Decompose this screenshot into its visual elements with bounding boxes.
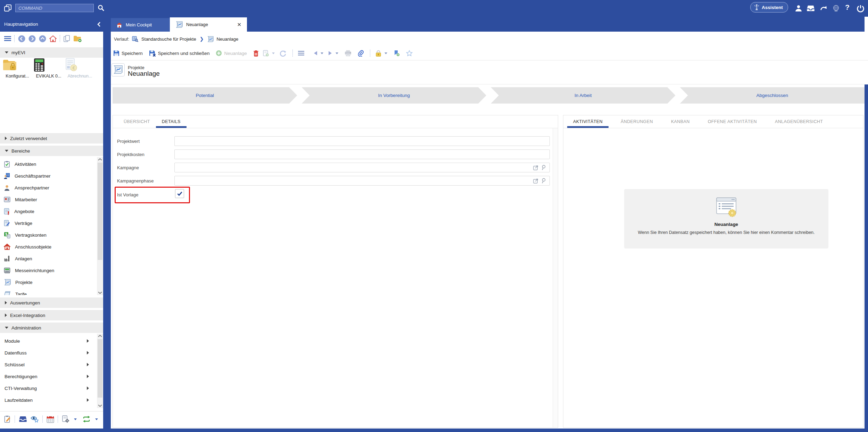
delete-button[interactable] xyxy=(253,50,259,57)
close-tab-icon[interactable]: ✕ xyxy=(237,22,241,27)
help-icon[interactable]: ? xyxy=(845,3,850,11)
section-excel-integration[interactable]: Excel-Integration xyxy=(0,310,103,320)
next-record-button[interactable] xyxy=(328,51,338,56)
stage-in-arbeit[interactable]: In Arbeit xyxy=(491,87,676,104)
sidebar-item-vertraege[interactable]: Verträge xyxy=(0,217,97,229)
tab-aktivitaeten[interactable]: AKTIVITÄTEN xyxy=(567,115,609,128)
sidebar-item-tarife[interactable]: Tarife xyxy=(0,288,97,295)
areas-scrollbar[interactable] xyxy=(97,157,103,295)
sidebar-item-geschaeftspartner[interactable]: Geschäftspartner xyxy=(0,170,97,182)
command-input[interactable] xyxy=(15,4,94,12)
projektkosten-input[interactable] xyxy=(174,149,550,159)
assistant-button[interactable]: Assistent xyxy=(750,2,788,13)
sidebar-item-vertragskonten[interactable]: $ Vertragskonten xyxy=(0,229,97,241)
dropdown-caret-icon[interactable] xyxy=(74,418,77,420)
dropdown-caret-icon[interactable] xyxy=(272,52,275,54)
stage-potential[interactable]: Potential xyxy=(113,87,297,104)
section-auswertungen[interactable]: Auswertungen xyxy=(0,297,103,308)
sync-icon[interactable] xyxy=(82,416,91,423)
nav-back-icon[interactable] xyxy=(18,35,25,42)
attachment-button[interactable] xyxy=(358,50,364,57)
tab-aenderungen[interactable]: ÄNDERUNGEN xyxy=(615,115,659,128)
sidebar-item-mitarbeiter[interactable]: Mitarbeiter xyxy=(0,194,97,205)
lookup-search-icon[interactable] xyxy=(541,165,546,170)
collapse-sidebar-icon[interactable] xyxy=(97,22,101,27)
save-and-close-button[interactable]: Speichern und schließen xyxy=(149,50,210,57)
sidebar-item-cti-verwaltung[interactable]: CTI-Verwaltung xyxy=(0,382,97,394)
sidebar-item-angebote[interactable]: Angebote xyxy=(0,205,97,217)
new-folder-icon[interactable] xyxy=(73,35,82,42)
tile-konfiguration[interactable]: Konfigurat... xyxy=(2,58,33,79)
open-record-icon[interactable] xyxy=(533,178,538,184)
new-record-button[interactable]: Neuanlage xyxy=(216,50,247,56)
kampagnenphase-input[interactable] xyxy=(174,176,550,186)
stage-in-vorbereitung[interactable]: In Vorbereitung xyxy=(302,87,487,104)
lock-button[interactable] xyxy=(375,50,387,57)
eye-star-icon[interactable] xyxy=(31,415,39,423)
section-bereiche[interactable]: Bereiche xyxy=(0,146,103,156)
inbox-blue-icon[interactable] xyxy=(19,416,27,423)
home-icon[interactable] xyxy=(49,35,57,42)
app-logo-icon[interactable] xyxy=(3,4,13,13)
section-zuletzt-verwendet[interactable]: Zuletzt verwendet xyxy=(0,133,103,144)
sidebar-item-berechtigungen[interactable]: Berechtigungen xyxy=(0,370,97,382)
dropdown-caret-icon[interactable] xyxy=(336,52,338,54)
stage-abgeschlossen[interactable]: Abgeschlossen xyxy=(680,87,865,104)
breadcrumb-item[interactable]: Standardsuche für Projekte xyxy=(141,36,196,42)
nav-up-icon[interactable] xyxy=(39,35,46,42)
favorite-button[interactable] xyxy=(406,50,413,56)
tab-kanban[interactable]: KANBAN xyxy=(665,115,696,128)
sidebar-item-laufzeitdaten[interactable]: Laufzeitdaten xyxy=(0,394,97,406)
bookmark-add-button[interactable] xyxy=(394,50,400,57)
admin-scrollbar[interactable] xyxy=(97,334,103,408)
section-myevi[interactable]: myEVI xyxy=(0,47,103,58)
sidebar-item-ansprechpartner[interactable]: Ansprechpartner xyxy=(0,182,97,194)
refresh-button[interactable] xyxy=(280,50,286,57)
search-icon[interactable] xyxy=(97,4,105,12)
sidebar-item-schluessel[interactable]: Schlüssel xyxy=(0,359,97,370)
list-view-button[interactable] xyxy=(298,51,304,56)
projektwert-input[interactable] xyxy=(174,136,550,146)
detail-card-scrollbar[interactable] xyxy=(553,128,558,427)
tab-neuanlage[interactable]: Neuanlage ✕ xyxy=(170,17,247,32)
globe-icon[interactable] xyxy=(832,5,840,12)
clipboard-copy-icon[interactable] xyxy=(64,35,70,42)
previous-record-button[interactable] xyxy=(313,51,323,56)
sidebar-item-projekte[interactable]: Projekte xyxy=(0,276,97,288)
tile-evikalk[interactable]: EVIKALK 0... xyxy=(33,58,64,79)
dropdown-caret-icon[interactable] xyxy=(95,418,98,420)
redo-icon[interactable] xyxy=(820,5,827,12)
sidebar-item-datenfluss[interactable]: Datenfluss xyxy=(0,347,97,359)
sidebar-item-module[interactable]: Module xyxy=(0,335,97,347)
sidebar-item-anschlussobjekte[interactable]: Anschlussobjekte xyxy=(0,241,97,253)
open-record-icon[interactable] xyxy=(533,165,538,170)
ist-vorlage-checkbox[interactable] xyxy=(175,189,184,198)
user-icon[interactable] xyxy=(795,5,802,12)
menu-icon[interactable] xyxy=(4,36,11,41)
dropdown-caret-icon[interactable] xyxy=(385,52,387,54)
tab-anlagenuebersicht[interactable]: ANLAGENÜBERSICHT xyxy=(769,115,829,128)
dropdown-caret-icon[interactable] xyxy=(321,52,323,54)
calendar-icon[interactable] xyxy=(47,416,54,423)
print-button[interactable] xyxy=(345,50,352,56)
kampagne-input[interactable] xyxy=(174,163,550,172)
tab-uebersicht[interactable]: ÜBERSICHT xyxy=(118,115,156,128)
tab-details[interactable]: DETAILS xyxy=(156,115,187,128)
sidebar-item-messeinrichtungen[interactable]: Messeinrichtungen xyxy=(0,264,97,276)
section-administration[interactable]: Administration xyxy=(0,323,103,333)
tab-offene-aktivitaeten[interactable]: OFFENE AKTIVITÄTEN xyxy=(702,115,763,128)
sidebar-item-anlagen[interactable]: Anlagen xyxy=(0,253,97,264)
tile-abrechnung[interactable]: € Abrechnun... xyxy=(65,58,95,79)
scrollbar-thumb[interactable] xyxy=(98,339,102,398)
nav-forward-icon[interactable] xyxy=(28,35,36,42)
scrollbar-thumb[interactable] xyxy=(98,163,102,260)
copy-record-button[interactable] xyxy=(263,50,275,57)
sidebar-item-aktivitaeten[interactable]: Aktivitäten xyxy=(0,158,97,170)
document-gear-icon[interactable] xyxy=(62,415,69,423)
breadcrumb-item[interactable]: Neuanlage xyxy=(216,36,238,42)
inbox-icon[interactable] xyxy=(807,5,815,12)
power-icon[interactable] xyxy=(857,5,865,13)
clipboard-edit-icon[interactable] xyxy=(4,415,11,423)
save-button[interactable]: Speichern xyxy=(113,50,143,56)
tab-mein-cockpit[interactable]: Mein Cockpit xyxy=(111,18,170,32)
